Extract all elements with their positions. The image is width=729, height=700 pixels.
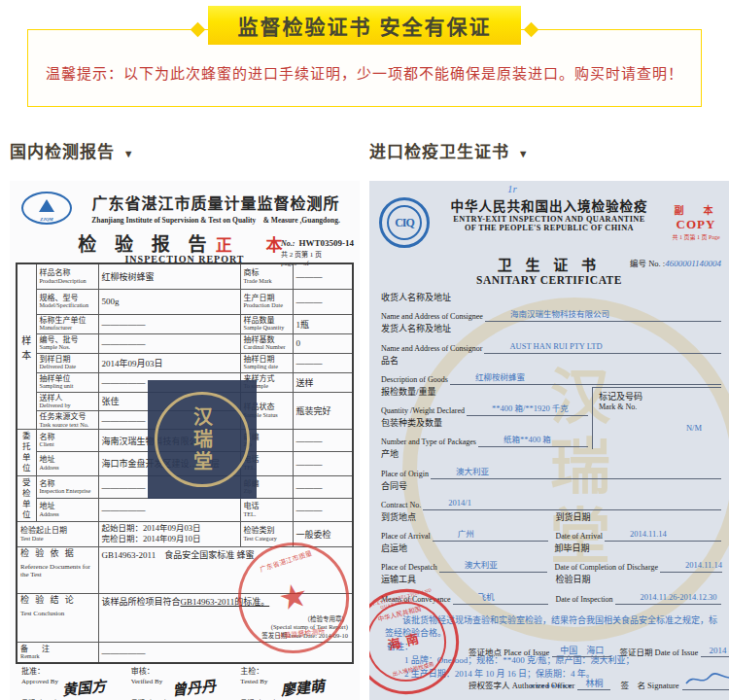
org-name-cn: 广东省湛江市质量计量监督检测所 bbox=[78, 191, 354, 214]
group-client: 委托单位 bbox=[17, 430, 36, 475]
field-date-of-arrival: 到货日期 Date of Arrival2014.11.14 bbox=[556, 512, 722, 542]
signature-approver: 黄国方 bbox=[61, 677, 107, 700]
original-mark: 正 本 bbox=[216, 236, 292, 255]
table-row: 到样日期Delivered Date 2014年09月03日 抽样日期Sampl… bbox=[17, 353, 353, 372]
field-consignee: 收货人名称及地址 Name and Address of Consignee海南… bbox=[381, 293, 721, 322]
left-cert-title: 检 验 报 告正 本 INSPECTION REPORT No.: HWT035… bbox=[10, 229, 360, 261]
field-packages: 包装种类及数量 Number and Type of Packages纸箱**4… bbox=[381, 418, 588, 447]
field-inspection-date: 检验日期 Date of Inspection2014.11.26-2014.1… bbox=[556, 575, 722, 604]
signature-verifier: 曾丹丹 bbox=[171, 677, 217, 700]
quantity-mark-row: 报检数量/重量 Quantity /Weight Declared**400 箱… bbox=[381, 387, 721, 450]
field-contract: 合同号 Contract No.2014/1 bbox=[381, 481, 721, 510]
section-heading-import-certificate[interactable]: 进口检疫卫生证书 ▼ bbox=[369, 138, 530, 162]
no-label: No.: bbox=[281, 239, 295, 248]
org-name-cn: 中华人民共和国出入境检验检疫 bbox=[430, 195, 669, 215]
value-cell: ——— bbox=[293, 263, 353, 289]
left-cert-header: ZJQM 广东省湛江市质量计量监督检测所 Zhanjiang Institute… bbox=[10, 181, 360, 225]
label-cell: 商标Trade Mark bbox=[240, 263, 293, 289]
side-char-top: 样 bbox=[20, 332, 33, 347]
signature-row: 批准：Approved By 黄国方 日期（Date） 2014-09-10 审… bbox=[10, 664, 360, 700]
mark-value: N/M bbox=[686, 423, 702, 433]
field-origin: 产地 Place of Origin澳大利亚 bbox=[381, 449, 721, 478]
field-goods: 品名 Description of Goods红柳桉树蜂蜜 bbox=[381, 356, 721, 385]
tester-block: 主检：Tested By 廖建萌 日期（Date） 2014-09-10 bbox=[240, 667, 350, 700]
left-cert-org: 广东省湛江市质量计量监督检测所 Zhanjiang Institute of S… bbox=[78, 191, 354, 225]
field-place-of-despatch: 启运地 Place of Despatch澳大利亚 bbox=[381, 543, 547, 573]
header-section: 监督检验证书 安全有保证 温馨提示：以下为此次蜂蜜的进口手续证明，少一项都不能确… bbox=[0, 0, 729, 128]
date-of-issue-value: 2014 年 12 月 3 bbox=[701, 646, 729, 655]
field-place-of-arrival: 到货地点 Place of Arrival广州 bbox=[381, 512, 548, 542]
signature-tester: 廖建萌 bbox=[280, 677, 326, 700]
section-heading-label: 进口检疫卫生证书 bbox=[369, 143, 509, 161]
report-title-cn: 检 验 报 告 bbox=[78, 234, 213, 255]
field-discharge-date: 卸毕日期 Date of Completion of Discharge2014… bbox=[555, 543, 722, 573]
banner-title: 监督检验证书 安全有保证 bbox=[208, 6, 521, 45]
side-char-bottom: 本 bbox=[20, 347, 33, 362]
table-row: 标称生产单位Manufacturer ————— 样品数量Sample Quan… bbox=[17, 314, 353, 333]
field-mark-no: 标记及号码 Mark & No. N/M bbox=[592, 387, 721, 450]
pages-cn: 共 2 页第 1 页 bbox=[281, 251, 354, 260]
right-cert-org: 中华人民共和国出入境检验检疫 ENTRY-EXIT INSPECTION AND… bbox=[430, 194, 669, 232]
zjqm-logo-text: ZJQM bbox=[23, 217, 70, 222]
no-value: HWT03509-14 bbox=[298, 238, 354, 248]
value-cell: 红柳桉树蜂蜜 bbox=[98, 263, 240, 289]
hanruitang-watermark-seal: 汉瑞堂 bbox=[148, 380, 257, 499]
right-cert-title: 卫 生 证 书 SANITARY CERTIFICATE 编号 No. :460… bbox=[369, 254, 729, 286]
star-icon: ★ bbox=[275, 575, 312, 618]
group-inspected: 受检单位 bbox=[17, 475, 36, 521]
approver-block: 批准：Approved By 黄国方 日期（Date） 2014-09-10 bbox=[21, 667, 131, 700]
certificate-right-sanitary: 汉瑞堂 1r CIQ 中华人民共和国出入境检验检疫 ENTRY-EXIT INS… bbox=[369, 181, 729, 700]
table-row: 地址Address ————— 电话TEL. ——— bbox=[17, 499, 353, 522]
field-quantity: 报检数量/重量 Quantity /Weight Declared**400 箱… bbox=[381, 387, 588, 416]
certificate-left-inspection-report: ZJQM 广东省湛江市质量计量监督检测所 Zhanjiang Institute… bbox=[10, 181, 360, 700]
ciq-logo-icon: CIQ bbox=[379, 197, 430, 248]
cert-title-en: SANITARY CERTIFICATE bbox=[369, 274, 729, 286]
section-heading-domestic-report[interactable]: 国内检测报告 ▼ bbox=[10, 138, 360, 162]
table-row: 样本 样品名称ProductDescription 红柳桉树蜂蜜 商标Trade… bbox=[17, 263, 353, 289]
caret-down-icon: ▼ bbox=[123, 148, 135, 159]
despatch-row: 启运地 Place of Despatch澳大利亚 卸毕日期 Date of C… bbox=[381, 543, 721, 575]
table-row: 规格、型号Model/Specification 500g 生产日期Produc… bbox=[17, 289, 353, 314]
section-headings: 国内检测报告 ▼ 进口检疫卫生证书 ▼ bbox=[0, 128, 729, 171]
arrival-row: 到货地点 Place of Arrival广州 到货日期 Date of Arr… bbox=[381, 512, 721, 543]
org-name-en1: ENTRY-EXIT INSPECTION AND QUARANTINE bbox=[430, 215, 669, 224]
tip-text: 温馨提示：以下为此次蜂蜜的进口手续证明，少一项都不能确保是原装进口。购买时请查明… bbox=[0, 62, 729, 83]
triangle-icon bbox=[39, 199, 54, 212]
verifier-block: 审核：Verified By 曾丹丹 日期（Date） 2014-09-10 bbox=[131, 667, 241, 700]
signature-scribble bbox=[682, 672, 729, 690]
org-name-en2: OF THE PEOPLE'S REPUBLIC OF CHINA bbox=[430, 224, 669, 232]
place-of-issue-value: 中国 海口 bbox=[552, 646, 611, 655]
caret-down-icon: ▼ bbox=[518, 148, 530, 159]
sample-side-cell: 样本 bbox=[17, 263, 36, 430]
zjqm-logo-icon: ZJQM bbox=[21, 192, 72, 225]
copy-mark: 副 本 COPY 共 1 页第 1 页 Page bbox=[669, 194, 723, 241]
section-heading-label: 国内检测报告 bbox=[10, 143, 115, 161]
org-name-en: Zhanjiang Institute of Supervision & Tes… bbox=[78, 214, 354, 225]
product-certificates-page: 监督检验证书 安全有保证 温馨提示：以下为此次蜂蜜的进口手续证明，少一项都不能确… bbox=[0, 0, 729, 700]
handwritten-note: 1r bbox=[507, 183, 517, 194]
table-row: 编号、批号Sample Nos. ————— 抽样基数Cardinal Numb… bbox=[17, 333, 353, 353]
field-consignor: 发货人名称及地址 Name and Address of ConsignorAU… bbox=[381, 324, 721, 353]
right-cert-header: CIQ 中华人民共和国出入境检验检疫 ENTRY-EXIT INSPECTION… bbox=[369, 181, 729, 248]
authorized-officer-value: 林桐 bbox=[577, 679, 610, 688]
certificates-row: ZJQM 广东省湛江市质量计量监督检测所 Zhanjiang Institute… bbox=[0, 181, 729, 700]
cert-number: 编号 No. :4600001140004 bbox=[630, 257, 721, 268]
label-cell: 样品名称ProductDescription bbox=[36, 263, 98, 289]
